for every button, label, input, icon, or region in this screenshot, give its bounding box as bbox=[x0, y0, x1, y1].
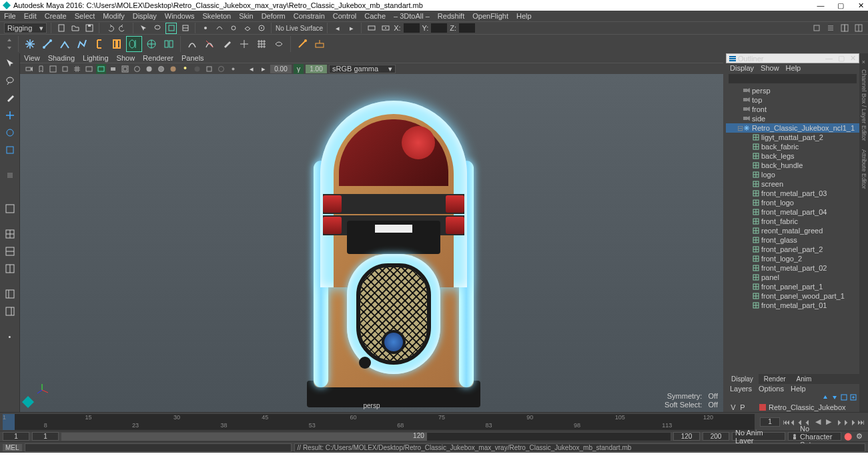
ipr-render-icon[interactable] bbox=[380, 23, 391, 34]
history-on-icon[interactable]: ▸ bbox=[346, 23, 357, 34]
outliner-item[interactable]: front_glass bbox=[726, 235, 859, 245]
layer-row[interactable]: V P Retro_Classic_Jukebox bbox=[726, 402, 859, 412]
outliner-item[interactable]: screen bbox=[726, 179, 859, 189]
outliner-item[interactable]: panel bbox=[726, 273, 859, 282]
shelf-wrap-icon[interactable] bbox=[271, 36, 287, 52]
outliner-item[interactable]: front_panel_wood_part_1 bbox=[726, 291, 859, 301]
outliner-item[interactable]: front bbox=[726, 105, 859, 114]
menu-windows[interactable]: Windows bbox=[165, 12, 195, 20]
rotate-tool-icon[interactable] bbox=[3, 125, 17, 140]
layout-2h-icon[interactable] bbox=[3, 244, 17, 259]
vp-isolate-icon[interactable] bbox=[204, 64, 214, 74]
goto-end-icon[interactable]: ⏭ bbox=[856, 417, 865, 427]
outliner-item[interactable]: front_metal_part_02 bbox=[726, 263, 859, 273]
menu--3dtoall-[interactable]: – 3DtoAll – bbox=[394, 12, 430, 20]
new-scene-icon[interactable] bbox=[55, 23, 67, 34]
tool-settings-icon[interactable] bbox=[839, 23, 850, 34]
open-scene-icon[interactable] bbox=[69, 23, 81, 34]
time-slider-ruler[interactable]: 11530456075901051208233853688398113 bbox=[3, 414, 755, 430]
menu-edit[interactable]: Edit bbox=[24, 12, 37, 20]
paint-tool-icon[interactable] bbox=[3, 91, 17, 105]
vp-film-gate-icon[interactable] bbox=[84, 64, 94, 74]
anim-layer-select[interactable]: No Anim Layer bbox=[732, 432, 785, 441]
vp-xray-joints-icon[interactable] bbox=[228, 64, 238, 74]
layout-single-icon[interactable] bbox=[3, 201, 17, 216]
layer-tab-display[interactable]: Display bbox=[726, 374, 759, 384]
undo-icon[interactable] bbox=[103, 23, 115, 34]
layer-menu-options[interactable]: Options bbox=[759, 385, 784, 393]
panel-close-icon[interactable]: ✕ bbox=[850, 54, 856, 63]
channel-box-icon[interactable] bbox=[853, 23, 864, 34]
outliner-item[interactable]: side bbox=[726, 114, 859, 123]
menu-file[interactable]: File bbox=[4, 12, 16, 20]
vp-menu-view[interactable]: View bbox=[24, 54, 40, 62]
layer-tab-render[interactable]: Render bbox=[759, 374, 791, 384]
shelf-snowflake-icon[interactable] bbox=[22, 36, 38, 52]
layer-name[interactable]: Retro_Classic_Jukebox bbox=[769, 403, 846, 411]
command-input[interactable] bbox=[25, 443, 292, 452]
vp-xray-icon[interactable] bbox=[216, 64, 226, 74]
current-frame-input[interactable] bbox=[760, 417, 780, 427]
layer-menu-layers[interactable]: Layers bbox=[730, 385, 752, 393]
vp-wireframe-icon[interactable] bbox=[132, 64, 142, 74]
redo-icon[interactable] bbox=[117, 23, 129, 34]
outliner-item[interactable]: back_legs bbox=[726, 151, 859, 161]
shelf-tab-selector[interactable] bbox=[4, 36, 15, 52]
vp-expose2-icon[interactable]: ▸ bbox=[258, 64, 268, 74]
menu-cache[interactable]: Cache bbox=[364, 12, 386, 20]
coord-z-input[interactable] bbox=[459, 23, 475, 33]
render-frame-icon[interactable] bbox=[366, 23, 377, 34]
layout-more-icon[interactable]: • bbox=[3, 329, 17, 344]
menu-help[interactable]: Help bbox=[516, 12, 532, 20]
shelf-bracket1-icon[interactable] bbox=[91, 36, 107, 52]
shelf-orient-icon[interactable] bbox=[143, 36, 159, 52]
vp-image-plane-icon[interactable] bbox=[48, 64, 58, 74]
vp-shadows-icon[interactable] bbox=[192, 64, 202, 74]
character-set-select[interactable]: No Character Set bbox=[788, 432, 841, 441]
outliner-item[interactable]: front_metal_part_04 bbox=[726, 207, 859, 217]
snap-point-icon[interactable] bbox=[228, 23, 239, 34]
layer-new-empty-icon[interactable] bbox=[841, 394, 847, 401]
dock-tab-attr[interactable]: Attribute Editor bbox=[860, 145, 868, 193]
layer-vis-col[interactable]: V bbox=[729, 403, 738, 411]
minimize-button[interactable]: — bbox=[816, 1, 825, 10]
outliner-item[interactable]: front_logo_2 bbox=[726, 254, 859, 263]
vp-gamma-input[interactable] bbox=[306, 65, 327, 73]
workspace-mode-select[interactable]: Rigging▾ bbox=[4, 23, 47, 33]
outliner-item[interactable]: ⊟Retro_Classic_Jukebox_ncl1_1 bbox=[726, 123, 859, 133]
outliner-item[interactable]: ligyt_mattal_part_2 bbox=[726, 133, 859, 142]
shelf-ik-icon[interactable] bbox=[57, 36, 73, 52]
panel-min-icon[interactable]: — bbox=[825, 54, 833, 63]
menu-modify[interactable]: Modify bbox=[103, 12, 124, 20]
range-start-inner-input[interactable] bbox=[32, 432, 59, 441]
range-slider-track[interactable]: 120 bbox=[61, 433, 671, 441]
outliner-item[interactable]: back_fabric bbox=[726, 142, 859, 151]
shelf-bracket2-icon[interactable] bbox=[109, 36, 125, 52]
layer-menu-help[interactable]: Help bbox=[791, 385, 806, 393]
vp-menu-lighting[interactable]: Lighting bbox=[83, 54, 109, 62]
snap-curve-icon[interactable] bbox=[213, 23, 225, 34]
lasso-select-icon[interactable] bbox=[151, 23, 163, 34]
dock-close-icon[interactable]: × bbox=[862, 59, 865, 65]
attribute-editor-icon[interactable] bbox=[825, 23, 836, 34]
outliner-item[interactable]: front_panel_part_1 bbox=[726, 282, 859, 291]
shelf-mirror-weights-icon[interactable] bbox=[236, 36, 252, 52]
shelf-detach-icon[interactable] bbox=[201, 36, 218, 52]
modeling-toolkit-icon[interactable] bbox=[811, 23, 822, 34]
vp-select-cam-icon[interactable] bbox=[24, 64, 34, 74]
layer-move-down-icon[interactable] bbox=[831, 394, 838, 401]
menu-constrain[interactable]: Constrain bbox=[294, 12, 325, 20]
menu-skin[interactable]: Skin bbox=[239, 12, 253, 20]
move-tool-icon[interactable] bbox=[3, 108, 17, 123]
shelf-mirror-icon[interactable] bbox=[126, 36, 142, 52]
snap-plane-icon[interactable] bbox=[242, 23, 253, 34]
vp-colorspace-select[interactable]: sRGB gamma▾ bbox=[329, 65, 396, 73]
shelf-mirror2-icon[interactable] bbox=[161, 36, 177, 52]
vp-gamma-icon[interactable]: γ bbox=[294, 64, 304, 74]
vp-wire-shaded-icon[interactable] bbox=[156, 64, 166, 74]
outliner-search-input[interactable] bbox=[729, 74, 857, 83]
select-tool-icon[interactable] bbox=[3, 56, 17, 71]
vp-bookmark-icon[interactable] bbox=[36, 64, 46, 74]
shelf-constraint2-icon[interactable] bbox=[312, 36, 328, 52]
menu-control[interactable]: Control bbox=[333, 12, 356, 20]
